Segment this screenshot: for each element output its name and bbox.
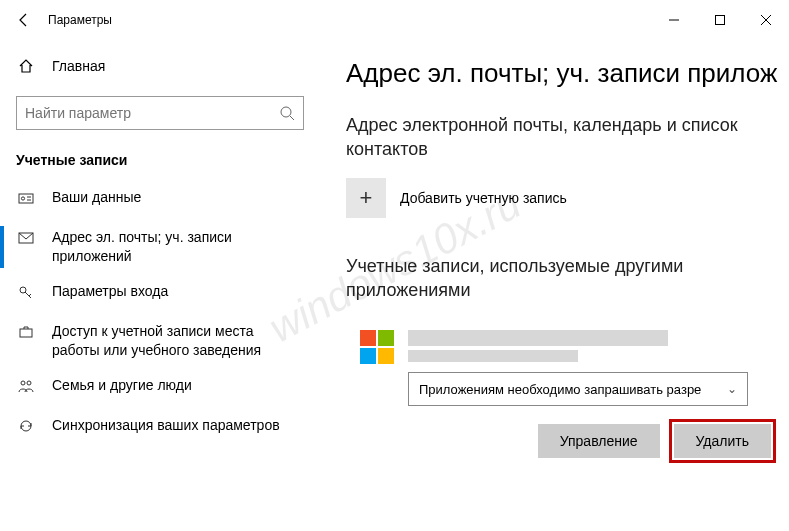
home-icon (16, 58, 36, 74)
manage-button[interactable]: Управление (538, 424, 660, 458)
minimize-button[interactable] (651, 0, 697, 40)
svg-rect-10 (20, 329, 32, 337)
back-button[interactable] (0, 0, 48, 40)
add-account-button[interactable]: + Добавить учетную запись (346, 178, 789, 218)
microsoft-logo-icon (360, 330, 394, 364)
account-card[interactable]: Приложениям необходимо запрашивать разре… (346, 320, 789, 472)
maximize-button[interactable] (697, 0, 743, 40)
svg-point-11 (21, 381, 25, 385)
account-name-redacted (408, 330, 668, 346)
sidebar-item-label: Доступ к учетной записи места работы или… (52, 322, 304, 360)
sidebar-item-email-accounts[interactable]: Адрес эл. почты; уч. записи приложений (0, 220, 304, 274)
sidebar-item-label: Семья и другие люди (52, 376, 192, 395)
sidebar-item-work-access[interactable]: Доступ к учетной записи места работы или… (0, 314, 304, 368)
account-permission-dropdown[interactable]: Приложениям необходимо запрашивать разре… (408, 372, 748, 406)
briefcase-icon (16, 324, 36, 340)
section-email-header: Адрес электронной почты, календарь и спи… (346, 113, 789, 162)
sync-icon (16, 418, 36, 434)
svg-point-12 (27, 381, 31, 385)
home-label: Главная (52, 58, 105, 74)
person-badge-icon (16, 190, 36, 206)
sidebar-item-label: Адрес эл. почты; уч. записи приложений (52, 228, 304, 266)
sidebar-item-label: Ваши данные (52, 188, 141, 207)
delete-button[interactable]: Удалить (674, 424, 771, 458)
mail-icon (16, 230, 36, 246)
key-icon (16, 284, 36, 300)
sidebar-item-family[interactable]: Семья и другие люди (0, 368, 304, 408)
chevron-down-icon: ⌄ (727, 382, 737, 396)
plus-icon: + (346, 178, 386, 218)
close-button[interactable] (743, 0, 789, 40)
search-box[interactable] (16, 96, 304, 130)
search-icon (279, 105, 295, 121)
account-email-redacted (408, 350, 578, 362)
dropdown-value: Приложениям необходимо запрашивать разре (419, 382, 727, 397)
svg-line-3 (290, 116, 294, 120)
add-account-label: Добавить учетную запись (400, 190, 567, 206)
svg-point-2 (281, 107, 291, 117)
people-icon (16, 378, 36, 394)
sidebar-item-signin-options[interactable]: Параметры входа (0, 274, 304, 314)
section-other-apps-header: Учетные записи, используемые другими при… (346, 254, 789, 303)
sidebar-item-label: Параметры входа (52, 282, 168, 301)
sidebar-item-label: Синхронизация ваших параметров (52, 416, 280, 435)
page-title: Адрес эл. почты; уч. записи прилож (346, 58, 789, 89)
sidebar: Главная Учетные записи Ваши данные Адрес… (0, 40, 320, 531)
sidebar-item-your-info[interactable]: Ваши данные (0, 180, 304, 220)
svg-point-5 (21, 197, 24, 200)
svg-rect-1 (716, 16, 725, 25)
sidebar-section-header: Учетные записи (16, 152, 304, 168)
search-input[interactable] (25, 105, 279, 121)
window-title: Параметры (48, 13, 112, 27)
sidebar-item-sync[interactable]: Синхронизация ваших параметров (0, 408, 304, 448)
main-content: Адрес эл. почты; уч. записи прилож Адрес… (320, 40, 789, 531)
home-link[interactable]: Главная (16, 46, 304, 86)
